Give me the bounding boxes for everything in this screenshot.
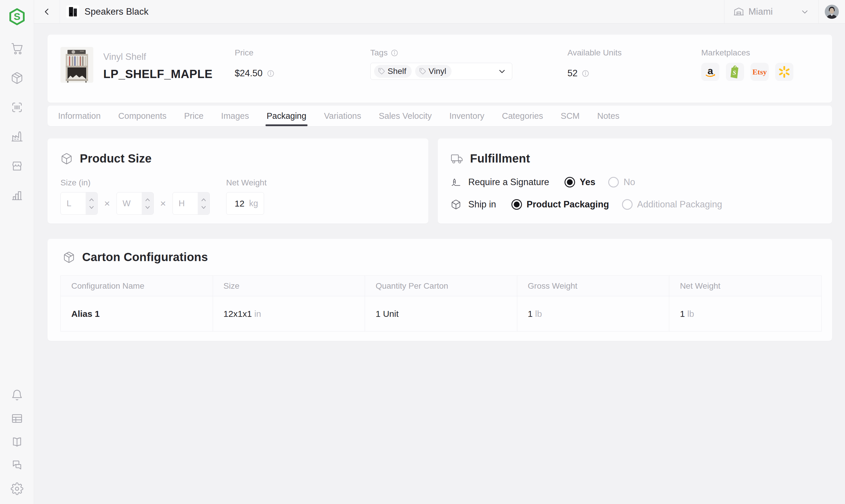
info-icon[interactable] xyxy=(581,70,590,77)
radio-label: No xyxy=(624,177,635,187)
tab-inventory[interactable]: Inventory xyxy=(449,106,484,126)
tab-sales-velocity[interactable]: Sales Velocity xyxy=(379,106,432,126)
radio-unselected-icon xyxy=(608,177,619,187)
sidebar-item-orders[interactable] xyxy=(10,42,24,56)
vinyl-shelf-image xyxy=(60,47,93,83)
length-increment-button[interactable] xyxy=(88,197,95,202)
signature-no-radio[interactable]: No xyxy=(608,177,635,187)
width-decrement-button[interactable] xyxy=(144,205,151,210)
available-units-label: Available Units xyxy=(568,48,622,57)
sidebar: S xyxy=(0,0,34,504)
tab-variations[interactable]: Variations xyxy=(324,106,361,126)
sidebar-item-reports[interactable] xyxy=(10,411,24,426)
tags-label: Tags xyxy=(370,48,388,57)
carton-size-cell: 12x1x1 in xyxy=(213,296,365,331)
tab-components[interactable]: Components xyxy=(118,106,166,126)
marketplace-shopify[interactable]: S xyxy=(726,63,744,81)
radio-selected-icon xyxy=(511,199,522,210)
signature-radio-group: Yes No xyxy=(564,177,635,187)
app-logo[interactable]: S xyxy=(9,8,25,25)
tab-notes[interactable]: Notes xyxy=(597,106,620,126)
width-placeholder[interactable]: W xyxy=(117,193,142,214)
sidebar-item-docs[interactable] xyxy=(10,435,24,449)
tag-label: Shelf xyxy=(388,67,406,76)
carton-table: Configuration Name Size Quantity Per Car… xyxy=(60,275,822,331)
tab-price[interactable]: Price xyxy=(184,106,204,126)
net-weight-unit: lb xyxy=(687,309,694,319)
product-packaging-radio[interactable]: Product Packaging xyxy=(511,199,609,210)
sidebar-item-analytics[interactable] xyxy=(10,188,24,202)
column-configuration-name: Configuration Name xyxy=(61,276,213,296)
carton-size-value: 12x1x1 xyxy=(223,309,252,319)
tab-information[interactable]: Information xyxy=(58,106,101,126)
sidebar-item-settings[interactable] xyxy=(10,482,24,496)
svg-text:S: S xyxy=(14,11,20,22)
signature-yes-radio[interactable]: Yes xyxy=(564,177,595,187)
column-net-weight: Net Weight xyxy=(669,276,822,296)
gross-weight-unit: lb xyxy=(535,309,542,319)
column-size: Size xyxy=(213,276,365,296)
sidebar-item-products[interactable] xyxy=(10,71,24,85)
sidebar-item-marketplace[interactable] xyxy=(10,159,24,173)
carton-icon xyxy=(63,251,75,264)
etsy-icon: Etsy xyxy=(752,64,767,79)
length-decrement-button[interactable] xyxy=(88,205,95,210)
tab-categories[interactable]: Categories xyxy=(502,106,543,126)
ship-in-row: Ship in Product Packaging Additional Pac… xyxy=(451,199,819,210)
net-weight-value: 1 xyxy=(680,309,685,319)
info-icon[interactable] xyxy=(267,70,275,77)
sidebar-item-manufacturing[interactable] xyxy=(10,130,24,144)
chevron-down-icon xyxy=(800,7,809,16)
sidebar-item-messages[interactable] xyxy=(10,458,24,472)
sidebar-item-notifications[interactable] xyxy=(10,388,24,402)
length-placeholder[interactable]: L xyxy=(61,193,86,214)
back-button[interactable] xyxy=(34,0,60,23)
marketplaces-field: Marketplaces a S Etsy xyxy=(701,48,793,81)
product-sku: LP_SHELF_MAPLE xyxy=(103,68,212,81)
marketplace-amazon[interactable]: a xyxy=(701,63,719,81)
warehouse-selector[interactable]: Miami xyxy=(724,0,819,23)
width-input[interactable]: W xyxy=(116,192,154,215)
carton-table-header: Configuration Name Size Quantity Per Car… xyxy=(61,276,822,296)
additional-packaging-radio[interactable]: Additional Packaging xyxy=(622,199,722,210)
product-tabs: Information Components Price Images Pack… xyxy=(48,106,832,126)
height-decrement-button[interactable] xyxy=(200,205,207,210)
tab-images[interactable]: Images xyxy=(221,106,249,126)
cart-icon xyxy=(11,42,23,55)
tags-field: Tags Shelf Vinyl xyxy=(370,48,512,80)
sidebar-item-scanner[interactable] xyxy=(10,100,24,114)
carton-row[interactable]: Alias 1 12x1x1 in 1 Unit 1 lb 1 lb xyxy=(61,296,822,331)
net-weight-group: Net Weight 12 kg xyxy=(226,178,267,215)
carton-name-cell: Alias 1 xyxy=(61,296,213,331)
tab-scm[interactable]: SCM xyxy=(561,106,579,126)
radio-label: Product Packaging xyxy=(527,199,609,210)
height-input[interactable]: H xyxy=(173,192,210,215)
tag-chip-shelf[interactable]: Shelf xyxy=(374,65,412,78)
net-weight-input[interactable]: 12 kg xyxy=(226,192,264,215)
marketplace-etsy[interactable]: Etsy xyxy=(751,63,769,81)
tag-chip-vinyl[interactable]: Vinyl xyxy=(415,65,452,78)
length-input[interactable]: L xyxy=(60,192,98,215)
cube-icon xyxy=(60,152,73,165)
topbar: Speakers Black Miami xyxy=(34,0,845,23)
price-field: Price $24.50 xyxy=(235,48,275,78)
carton-configurations-card: Carton Configurations Configuration Name… xyxy=(48,239,832,341)
shopify-icon: S xyxy=(727,64,743,79)
carton-quantity-cell: 1 Unit xyxy=(365,296,517,331)
avatar[interactable] xyxy=(825,5,839,19)
carton-size-unit: in xyxy=(254,309,261,319)
width-increment-button[interactable] xyxy=(144,197,151,202)
tab-packaging[interactable]: Packaging xyxy=(267,106,306,126)
info-icon[interactable] xyxy=(391,49,398,57)
size-label: Size (in) xyxy=(60,178,210,187)
tags-select[interactable]: Shelf Vinyl xyxy=(370,63,512,80)
ship-in-label: Ship in xyxy=(468,199,496,210)
avatar-area xyxy=(819,5,845,19)
marketplace-walmart[interactable] xyxy=(775,63,793,81)
storefront-icon xyxy=(11,160,23,173)
net-weight-value: 12 xyxy=(235,199,245,209)
product-names: Vinyl Shelf LP_SHELF_MAPLE xyxy=(103,52,212,81)
height-placeholder[interactable]: H xyxy=(173,193,198,214)
height-increment-button[interactable] xyxy=(200,197,207,202)
chevron-down-icon xyxy=(497,67,507,76)
